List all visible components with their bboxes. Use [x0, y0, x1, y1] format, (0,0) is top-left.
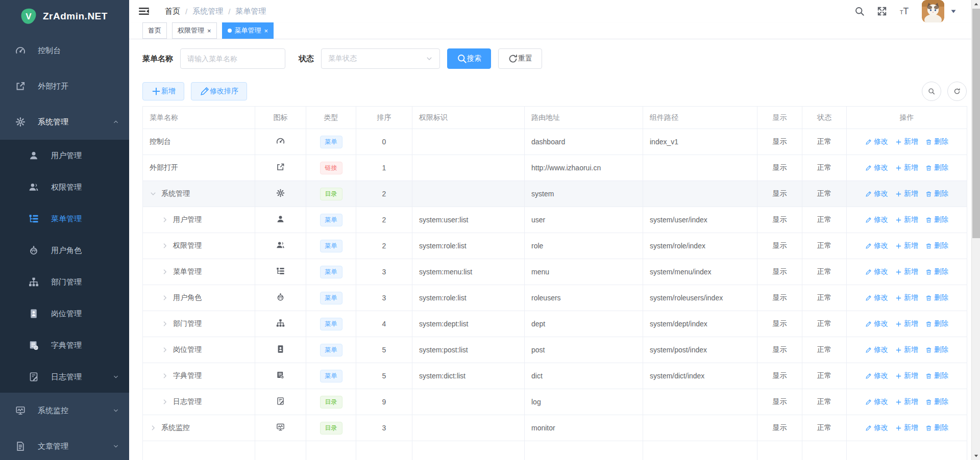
cell-component: system/role/index — [643, 233, 757, 259]
avatar[interactable] — [922, 0, 944, 22]
edit-action[interactable]: 修改 — [865, 241, 888, 250]
delete-action[interactable]: 删除 — [925, 319, 948, 328]
table-row[interactable]: 岗位管理菜单5system:post:listpostsystem/post/i… — [143, 337, 967, 363]
edit-action[interactable]: 修改 — [865, 189, 888, 198]
edit-action[interactable]: 修改 — [865, 319, 888, 328]
add-action[interactable]: 新增 — [895, 241, 918, 250]
add-action[interactable]: 新增 — [895, 319, 918, 328]
sidebar-item-article[interactable]: 文章管理 — [0, 428, 129, 460]
add-action[interactable]: 新增 — [895, 189, 918, 198]
table-row[interactable]: 控制台菜单0dashboardindex_v1显示正常修改新增删除 — [143, 129, 967, 155]
edit-action[interactable]: 修改 — [865, 137, 888, 146]
fullscreen-icon[interactable] — [877, 6, 887, 16]
font-size-icon[interactable]: TT — [899, 6, 910, 16]
edit-sort-button[interactable]: 修改排序 — [191, 82, 247, 100]
expand-closed-icon[interactable] — [161, 216, 168, 223]
add-action[interactable]: 新增 — [895, 215, 918, 224]
expand-closed-icon[interactable] — [161, 346, 168, 353]
expand-closed-icon[interactable] — [161, 268, 168, 275]
sidebar-item-robot[interactable]: 用户角色 — [0, 235, 129, 266]
reset-button[interactable]: 重置 — [498, 48, 542, 69]
breadcrumb-item[interactable]: 首页 — [165, 7, 180, 16]
table-row[interactable]: 字典管理菜单5system:dict:listdictsystem/dict/i… — [143, 363, 967, 389]
expand-closed-icon[interactable] — [161, 398, 168, 405]
edit-action[interactable]: 修改 — [865, 293, 888, 302]
table-row[interactable]: 用户角色菜单3system:role:listroleuserssystem/r… — [143, 285, 967, 311]
sidebar-item-sitemap[interactable]: 部门管理 — [0, 266, 129, 298]
table-row[interactable]: 系统管理目录2system显示正常修改新增删除 — [143, 181, 967, 207]
sidebar-item-monitor[interactable]: 系统监控 — [0, 393, 129, 428]
expand-closed-icon[interactable] — [150, 424, 157, 431]
sidebar-item-users[interactable]: 权限管理 — [0, 171, 129, 203]
tab-page-2[interactable]: 菜单管理× — [222, 22, 274, 39]
expand-closed-icon[interactable] — [161, 242, 168, 249]
add-action[interactable]: 新增 — [895, 267, 918, 276]
delete-action[interactable]: 删除 — [925, 137, 948, 146]
show-search-button[interactable] — [922, 82, 941, 101]
sidebar-item-badge[interactable]: 岗位管理 — [0, 298, 129, 329]
add-action[interactable]: 新增 — [895, 137, 918, 146]
tab-page-1[interactable]: 权限管理× — [172, 22, 217, 39]
table-row[interactable]: 系统监控目录3monitor显示正常修改新增删除 — [143, 415, 967, 441]
table-row[interactable]: 日志管理目录9log显示正常修改新增删除 — [143, 389, 967, 415]
logo[interactable]: V ZrAdmin.NET — [0, 0, 129, 33]
sidebar-item-external-link[interactable]: 外部打开 — [0, 68, 129, 104]
scrollbar-thumb[interactable] — [972, 9, 980, 238]
delete-action[interactable]: 删除 — [925, 215, 948, 224]
add-action[interactable]: 新增 — [895, 397, 918, 406]
delete-action[interactable]: 删除 — [925, 241, 948, 250]
search-button[interactable]: 搜索 — [447, 48, 491, 69]
cell-name: 系统监控 — [143, 415, 255, 441]
delete-action[interactable]: 删除 — [925, 293, 948, 302]
edit-action[interactable]: 修改 — [865, 215, 888, 224]
edit-action[interactable]: 修改 — [865, 267, 888, 276]
sidebar-item-user[interactable]: 用户管理 — [0, 140, 129, 171]
add-action[interactable]: 新增 — [895, 345, 918, 354]
expand-closed-icon[interactable] — [161, 372, 168, 379]
delete-action[interactable]: 删除 — [925, 189, 948, 198]
sidebar-fold-icon[interactable] — [138, 6, 150, 16]
table-row[interactable]: 部门管理菜单4system:dept:listdeptsystem/dept/i… — [143, 311, 967, 337]
edit-action[interactable]: 修改 — [865, 163, 888, 172]
sidebar-item-menu-tree[interactable]: 菜单管理 — [0, 203, 129, 235]
sidebar-item-log[interactable]: 日志管理 — [0, 361, 129, 393]
edit-action[interactable]: 修改 — [865, 423, 888, 432]
delete-action[interactable]: 删除 — [925, 163, 948, 172]
add-action[interactable]: 新增 — [895, 423, 918, 432]
tab-home[interactable]: 首页 — [142, 22, 167, 39]
add-action[interactable]: 新增 — [895, 371, 918, 380]
edit-action[interactable]: 修改 — [865, 397, 888, 406]
delete-action[interactable]: 删除 — [925, 345, 948, 354]
sidebar-item-gear[interactable]: 系统管理 — [0, 104, 129, 140]
expand-closed-icon[interactable] — [161, 320, 168, 327]
external-link-icon — [15, 81, 26, 91]
add-action[interactable]: 新增 — [895, 163, 918, 172]
caret-down-icon[interactable] — [950, 8, 957, 14]
delete-action[interactable]: 删除 — [925, 371, 948, 380]
table-row[interactable]: 用户管理菜单2system:user:listusersystem/user/i… — [143, 207, 967, 233]
scrollbar-up-arrow[interactable] — [972, 0, 980, 9]
sidebar-item-dict[interactable]: 字典管理 — [0, 329, 129, 361]
scrollbar-down-arrow[interactable] — [972, 451, 980, 460]
status-select[interactable]: 菜单状态 — [321, 48, 440, 69]
menu-name-input[interactable] — [187, 55, 278, 63]
edit-action[interactable]: 修改 — [865, 371, 888, 380]
search-icon[interactable] — [854, 6, 865, 16]
close-icon[interactable]: × — [207, 28, 211, 34]
table-row[interactable]: 权限管理菜单2system:role:listrolesystem/role/i… — [143, 233, 967, 259]
delete-action[interactable]: 删除 — [925, 267, 948, 276]
table-row[interactable]: 菜单管理菜单3system:menu:listmenusystem/menu/i… — [143, 259, 967, 285]
sidebar-item-dashboard[interactable]: 控制台 — [0, 33, 129, 68]
cell-name: 控制台 — [143, 129, 255, 155]
edit-action[interactable]: 修改 — [865, 345, 888, 354]
refresh-button[interactable] — [947, 82, 967, 101]
table-row[interactable]: 外部打开链接1http://www.izhaorui.cn显示正常修改新增删除 — [143, 155, 967, 181]
add-action[interactable]: 新增 — [895, 293, 918, 302]
delete-action[interactable]: 删除 — [925, 397, 948, 406]
close-icon[interactable]: × — [264, 28, 268, 34]
delete-action[interactable]: 删除 — [925, 423, 948, 432]
add-button[interactable]: 新增 — [142, 82, 184, 100]
menu-table: 菜单名称图标类型排序权限标识路由地址组件路径显示状态操作 控制台菜单0dashb… — [142, 106, 967, 460]
expand-open-icon[interactable] — [150, 190, 157, 197]
expand-closed-icon[interactable] — [161, 294, 168, 301]
